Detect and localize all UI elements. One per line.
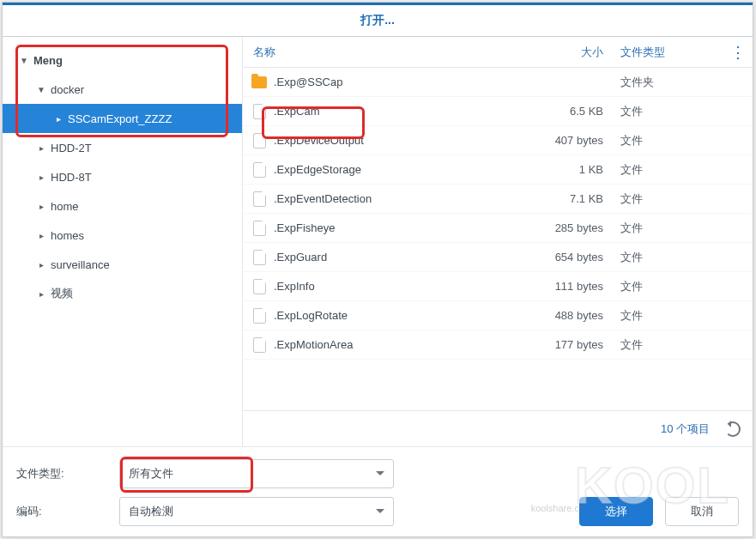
file-size: 1 KB — [517, 163, 612, 176]
file-type: 文件 — [612, 221, 723, 236]
file-type: 文件 — [612, 162, 723, 178]
file-icon — [250, 102, 269, 121]
file-icon — [250, 160, 269, 179]
file-name: .ExpFisheye — [274, 221, 517, 234]
tree-item[interactable]: ▸视频 — [3, 279, 242, 308]
file-type: 文件 — [612, 104, 723, 119]
file-icon — [250, 336, 269, 354]
column-menu-button[interactable]: ⋮ — [723, 43, 753, 62]
chevron-right-icon: ▸ — [35, 142, 47, 154]
file-size: 111 bytes — [517, 280, 612, 293]
header-size[interactable]: 大小 — [517, 45, 612, 60]
file-name: .ExpMotionArea — [274, 338, 517, 351]
file-row[interactable]: .ExpCam6.5 KB文件 — [243, 97, 753, 126]
folder-icon — [250, 73, 269, 92]
bottom-form: 文件类型: 所有文件 编码: 自动检测 选择 取消 — [3, 446, 753, 536]
dialog-title-text: 打开... — [360, 13, 395, 28]
file-name: .ExpEdgeStorage — [274, 163, 517, 176]
file-icon — [250, 219, 269, 238]
chevron-down-icon: ▼ — [18, 54, 30, 66]
file-type: 文件夹 — [612, 75, 723, 90]
chevron-right-icon: ▸ — [35, 171, 47, 183]
file-name: .ExpDeviceOutput — [274, 134, 517, 147]
encoding-select[interactable]: 自动检测 — [119, 497, 394, 526]
folder-tree: ▼ Meng ▼docker▸SSCamExport_ZZZZ▸HDD-2T▸H… — [3, 37, 243, 446]
file-row[interactable]: .Exp@SSCap文件夹 — [243, 68, 753, 97]
tree-label: 视频 — [51, 286, 233, 301]
file-size: 177 bytes — [517, 338, 612, 351]
chevron-down-icon: ▼ — [35, 83, 47, 95]
chevron-down-icon — [376, 509, 384, 518]
chevron-down-icon — [376, 471, 384, 480]
chevron-right-icon: ▸ — [35, 200, 47, 212]
chevron-right-icon: ▸ — [52, 112, 64, 124]
file-icon — [250, 306, 269, 325]
file-name: .ExpCam — [274, 105, 517, 118]
tree-label: surveillance — [51, 258, 233, 271]
file-row[interactable]: .ExpLogRotate488 bytes文件 — [243, 301, 753, 330]
chevron-right-icon: ▸ — [35, 258, 47, 270]
tree-label: HDD-8T — [51, 171, 233, 184]
file-row[interactable]: .ExpEventDetection7.1 KB文件 — [243, 185, 753, 214]
tree-root[interactable]: ▼ Meng — [3, 45, 242, 75]
header-name[interactable]: 名称 — [243, 45, 517, 60]
file-row[interactable]: .ExpGuard654 bytes文件 — [243, 243, 753, 272]
file-size: 7.1 KB — [517, 192, 612, 205]
dialog-actions: 选择 取消 — [394, 459, 739, 526]
file-name: .ExpInfo — [274, 280, 517, 293]
file-type: 文件 — [612, 191, 723, 207]
file-type: 文件 — [612, 250, 723, 265]
file-rows: .Exp@SSCap文件夹.ExpCam6.5 KB文件.ExpDeviceOu… — [243, 68, 753, 410]
tree-label: Meng — [33, 54, 233, 67]
chevron-right-icon: ▸ — [35, 288, 47, 300]
file-type: 文件 — [612, 133, 723, 148]
header-type[interactable]: 文件类型 — [612, 45, 723, 60]
refresh-icon[interactable] — [725, 421, 741, 437]
item-count: 10 个项目 — [661, 421, 710, 437]
file-row[interactable]: .ExpInfo111 bytes文件 — [243, 272, 753, 301]
filetype-select[interactable]: 所有文件 — [119, 459, 394, 488]
open-dialog: 打开... ▼ Meng ▼docker▸SSCamExport_ZZZZ▸HD… — [2, 2, 753, 537]
ok-button[interactable]: 选择 — [579, 497, 653, 526]
file-row[interactable]: .ExpDeviceOutput407 bytes文件 — [243, 126, 753, 155]
file-size: 407 bytes — [517, 134, 612, 147]
filetype-label: 文件类型: — [16, 466, 119, 481]
tree-item[interactable]: ▸homes — [3, 221, 242, 250]
tree-label: home — [51, 200, 233, 213]
dialog-body: ▼ Meng ▼docker▸SSCamExport_ZZZZ▸HDD-2T▸H… — [3, 37, 753, 446]
cancel-button[interactable]: 取消 — [665, 497, 739, 526]
file-type: 文件 — [612, 279, 723, 294]
tree-item[interactable]: ▸home — [3, 191, 242, 221]
list-footer: 10 个项目 — [243, 410, 753, 446]
file-name: .ExpEventDetection — [274, 192, 517, 205]
filetype-value: 所有文件 — [129, 466, 173, 481]
file-name: .ExpGuard — [274, 251, 517, 263]
file-row[interactable]: .ExpMotionArea177 bytes文件 — [243, 330, 753, 360]
tree-item[interactable]: ▸HDD-8T — [3, 162, 242, 191]
chevron-right-icon: ▸ — [35, 229, 47, 241]
file-size: 285 bytes — [517, 221, 612, 234]
file-icon — [250, 131, 269, 150]
file-icon — [250, 190, 269, 209]
tree-label: SSCamExport_ZZZZ — [68, 112, 233, 125]
encoding-label: 编码: — [16, 504, 119, 519]
file-type: 文件 — [612, 337, 723, 353]
tree-item[interactable]: ▸SSCamExport_ZZZZ — [3, 104, 242, 133]
file-size: 654 bytes — [517, 251, 612, 263]
file-name: .ExpLogRotate — [274, 309, 517, 322]
file-icon — [250, 277, 269, 296]
tree-item[interactable]: ▼docker — [3, 75, 242, 104]
tree-item[interactable]: ▸HDD-2T — [3, 133, 242, 162]
dialog-title: 打开... — [3, 3, 753, 37]
encoding-value: 自动检测 — [129, 504, 173, 519]
file-row[interactable]: .ExpEdgeStorage1 KB文件 — [243, 155, 753, 185]
file-list-panel: 名称 大小 文件类型 ⋮ .Exp@SSCap文件夹.ExpCam6.5 KB文… — [243, 37, 753, 446]
tree-label: homes — [51, 229, 233, 242]
tree-item[interactable]: ▸surveillance — [3, 250, 242, 279]
file-row[interactable]: .ExpFisheye285 bytes文件 — [243, 214, 753, 243]
file-icon — [250, 248, 269, 267]
column-headers: 名称 大小 文件类型 ⋮ — [243, 37, 753, 68]
file-type: 文件 — [612, 308, 723, 324]
tree-label: HDD-2T — [51, 142, 233, 154]
file-size: 488 bytes — [517, 309, 612, 322]
